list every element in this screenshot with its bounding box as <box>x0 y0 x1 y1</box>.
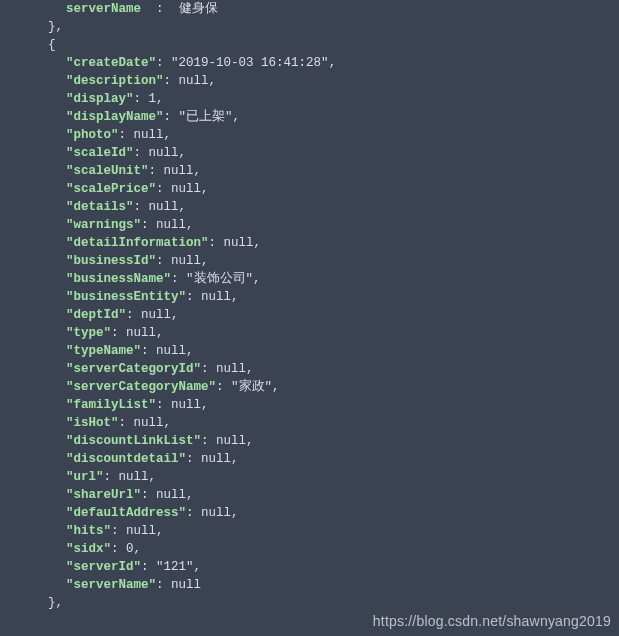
json-key: scaleId <box>74 146 127 160</box>
json-key: serverCategoryName <box>74 380 209 394</box>
json-value: 家政 <box>239 380 265 394</box>
json-value: null <box>171 254 201 268</box>
json-value: 121 <box>164 560 187 574</box>
json-value: null <box>171 398 201 412</box>
json-value: 装饰公司 <box>194 272 246 286</box>
json-key: displayName <box>74 110 157 124</box>
json-key: warnings <box>74 218 134 232</box>
json-value: null <box>216 362 246 376</box>
json-key: photo <box>74 128 112 142</box>
watermark: https://blog.csdn.net/shawnyang2019 <box>373 612 611 630</box>
json-key: defaultAddress <box>74 506 179 520</box>
json-value: null <box>134 128 164 142</box>
json-value: null <box>171 182 201 196</box>
json-key: detailInformation <box>74 236 202 250</box>
json-key: scalePrice <box>74 182 149 196</box>
json-key: serverId <box>74 560 134 574</box>
json-key: shareUrl <box>74 488 134 502</box>
json-value: null <box>126 326 156 340</box>
json-key: createDate <box>74 56 149 70</box>
json-value: 0 <box>126 542 134 556</box>
json-key: businessName <box>74 272 164 286</box>
json-key: serverName <box>66 2 141 16</box>
json-value: null <box>119 470 149 484</box>
json-value: null <box>224 236 254 250</box>
json-value: 已上架 <box>186 110 225 124</box>
json-value: null <box>126 524 156 538</box>
json-key: discountLinkList <box>74 434 194 448</box>
json-key: serverName <box>74 578 149 592</box>
json-key: typeName <box>74 344 134 358</box>
json-value: null <box>156 488 186 502</box>
json-key: url <box>74 470 97 484</box>
json-value: null <box>149 146 179 160</box>
json-key: description <box>74 74 157 88</box>
json-key: details <box>74 200 127 214</box>
json-key: discountdetail <box>74 452 179 466</box>
json-value: null <box>201 290 231 304</box>
brace-open: { <box>12 38 56 52</box>
json-value: null <box>164 164 194 178</box>
json-value: null <box>179 74 209 88</box>
json-key: serverCategoryId <box>74 362 194 376</box>
brace-close: }, <box>12 20 63 34</box>
brace-close: }, <box>12 596 63 610</box>
json-value: null <box>149 200 179 214</box>
json-value: null <box>156 218 186 232</box>
json-value: null <box>201 506 231 520</box>
json-value: null <box>156 344 186 358</box>
json-key: display <box>74 92 127 106</box>
json-key: isHot <box>74 416 112 430</box>
json-value: 1 <box>149 92 157 106</box>
json-key: hits <box>74 524 104 538</box>
json-value: null <box>171 578 201 592</box>
json-value: null <box>201 452 231 466</box>
json-key: businessEntity <box>74 290 179 304</box>
json-key: deptId <box>74 308 119 322</box>
json-key: scaleUnit <box>74 164 142 178</box>
json-key: sidx <box>74 542 104 556</box>
json-value: null <box>216 434 246 448</box>
json-code-block: serverName : 健身保 }, { "createDate": "201… <box>0 0 619 612</box>
json-value: null <box>134 416 164 430</box>
json-key: type <box>74 326 104 340</box>
json-key: familyList <box>74 398 149 412</box>
json-value: 2019-10-03 16:41:28 <box>179 56 322 70</box>
json-value: 健身保 <box>179 2 218 16</box>
json-value: null <box>141 308 171 322</box>
json-key: businessId <box>74 254 149 268</box>
